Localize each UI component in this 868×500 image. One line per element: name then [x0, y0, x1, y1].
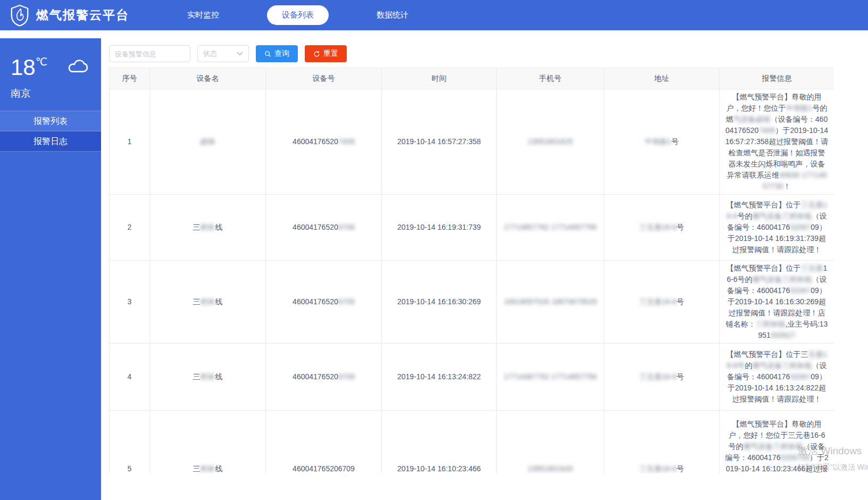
- col-header-index: 序号: [110, 68, 150, 89]
- col-header-time: 时间: [382, 68, 497, 89]
- cell-text: 三: [193, 297, 201, 306]
- table-cell: 【燃气预警平台】尊敬的用户，您好！您位于中华路1号的燃气设备卤味（设备编号：46…: [720, 89, 834, 195]
- table-cell: 【燃气预警平台】尊敬的用户，您好！您位于三元巷16-6号的燃气设备三村米线（设备…: [720, 411, 834, 474]
- redacted-text: 三元巷16-6: [639, 464, 677, 473]
- cell-text: 2: [128, 223, 132, 231]
- redacted-text: 6709: [338, 372, 355, 381]
- cell-text: 的: [745, 361, 753, 370]
- table-row: 1卤味4600417652074092019-10-14 16:57:27:35…: [110, 89, 834, 195]
- cell-text: 2019-10-14 16:10:23:466: [397, 464, 481, 473]
- redacted-text: 村米: [201, 223, 215, 231]
- col-header-alarm-info: 报警信息: [720, 68, 834, 89]
- cell-text: 号: [677, 372, 684, 381]
- table-row: 5三村米线4600417652067092019-10-14 16:10:23:…: [110, 411, 834, 474]
- shield-flame-icon: [10, 4, 30, 27]
- table-row: 3三村米线4600417652067092019-10-14 16:16:30:…: [110, 261, 834, 344]
- city-label: 南京: [11, 87, 90, 101]
- redacted-text: 6709: [338, 223, 355, 231]
- status-select[interactable]: 状态: [197, 45, 249, 62]
- table-cell: 三村米线: [150, 261, 266, 344]
- redacted-text: 村米: [201, 464, 215, 473]
- refresh-icon: [313, 51, 320, 57]
- cell-text: 【燃气预警平台】位于: [727, 264, 801, 272]
- cell-text: 线: [215, 297, 223, 306]
- table-row: 2三村米线4600417652067092019-10-14 16:19:31:…: [110, 195, 834, 261]
- redacted-text: 中华路1: [786, 104, 813, 112]
- table-cell: 460041765206709: [266, 195, 382, 261]
- sidebar-item-alarm-log[interactable]: 报警日志: [0, 131, 101, 152]
- table-cell: 13951801625: [497, 89, 604, 195]
- col-header-address: 地址: [604, 68, 720, 89]
- redacted-text: 三元巷16-6: [639, 297, 677, 306]
- cell-text: 【燃气预警平台】位于: [727, 201, 801, 209]
- col-header-phone: 手机号: [497, 68, 604, 89]
- table-cell: 460041765206709: [266, 261, 382, 344]
- table-header-row: 序号 设备名 设备号 时间 手机号 地址 报警信息: [110, 68, 834, 89]
- col-header-device-no: 设备号: [266, 68, 382, 89]
- redacted-text: 7409: [338, 137, 355, 146]
- redacted-text: 三元巷16-6: [639, 372, 677, 381]
- redacted-text: 52067: [790, 286, 811, 295]
- table-cell: 2019-10-14 16:10:23:466: [382, 411, 497, 474]
- cell-text: 2019-10-14 16:57:27:358: [397, 137, 481, 146]
- table-cell: 三村米线: [150, 344, 266, 411]
- table-cell: 460041765207409: [266, 89, 382, 195]
- status-select-placeholder: 状态: [203, 49, 217, 59]
- toolbar: 状态 查询 重置: [101, 30, 868, 62]
- redacted-text: 中华路1: [645, 137, 671, 146]
- redacted-text: 13951801625: [528, 137, 573, 146]
- cell-text: 46004176520: [293, 372, 338, 381]
- query-button[interactable]: 查询: [256, 45, 298, 62]
- cell-text: 1: [128, 137, 132, 146]
- cell-text: 2019-10-14 16:19:31:739: [397, 223, 481, 231]
- table-cell: 【燃气预警平台】位于三元巷16-6号的燃气设备三村米线（设备编号：4600417…: [720, 195, 834, 261]
- alarm-table-body: 1卤味4600417652074092019-10-14 16:57:27:35…: [110, 89, 834, 474]
- table-cell: 三元巷16-6号: [604, 411, 720, 474]
- table-cell: 2019-10-14 16:13:24:822: [382, 344, 497, 411]
- sidebar-item-alarm-list[interactable]: 报警列表: [0, 111, 101, 131]
- redacted-text: 燃气设备三村米线: [744, 442, 803, 451]
- redacted-text: 17714387752 17714957756: [504, 372, 597, 381]
- redacted-text: 气设备卤味: [733, 115, 771, 123]
- cell-text: 3: [128, 297, 132, 306]
- search-icon: [264, 51, 271, 57]
- cell-text: 2019-10-14 16:13:24:822: [397, 372, 481, 381]
- search-input[interactable]: [109, 45, 190, 62]
- redacted-text: 000627: [771, 331, 796, 339]
- sidebar-menu: 报警列表 报警日志: [0, 111, 101, 152]
- cell-text: 46004176520: [293, 223, 338, 231]
- table-cell: 2019-10-14 16:16:30:269: [382, 261, 497, 344]
- cell-text: 线: [215, 223, 223, 231]
- nav-data-statistics[interactable]: 数据统计: [365, 5, 420, 25]
- table-cell: 【燃气预警平台】位于三元巷16-6号的燃气设备三村米线（设备编号：4600417…: [720, 261, 834, 344]
- table-cell: 5: [110, 411, 150, 474]
- table-cell: 17714857762 17714957756: [497, 195, 604, 261]
- weather-widget: 18℃ 南京: [0, 38, 101, 111]
- table-cell: 460041765206709: [266, 344, 382, 411]
- alarm-table: 序号 设备名 设备号 时间 手机号 地址 报警信息 1卤味46004176520…: [109, 68, 834, 473]
- main-content: 状态 查询 重置: [101, 30, 868, 500]
- cell-text: 三: [193, 464, 201, 473]
- cell-text: 5: [128, 464, 132, 473]
- cell-text: 号: [677, 297, 684, 306]
- table-cell: 三元巷16-6号: [604, 261, 720, 344]
- redacted-text: 13951801620: [528, 464, 573, 473]
- redacted-text: 卤味: [201, 137, 215, 146]
- cell-text: 号: [677, 223, 684, 231]
- redacted-text: 三元巷16-6: [639, 223, 677, 231]
- cell-text: 460041765206709: [293, 464, 355, 473]
- table-row: 4三村米线4600417652067092019-10-14 16:13:24:…: [110, 344, 834, 411]
- nav-device-list[interactable]: 设备列表: [267, 5, 329, 25]
- cloud-icon: [66, 57, 90, 74]
- cell-text: 三: [193, 372, 201, 381]
- redacted-text: 52067: [790, 372, 811, 381]
- reset-button[interactable]: 重置: [305, 45, 347, 62]
- table-cell: 460041765206709: [266, 411, 382, 474]
- redacted-text: 村米: [201, 297, 215, 306]
- nav-realtime-monitor[interactable]: 实时监控: [176, 5, 231, 25]
- cell-text: 2019-10-14 16:16:30:269: [397, 297, 481, 306]
- table-cell: 2019-10-14 16:19:31:739: [382, 195, 497, 261]
- main-nav: 实时监控 设备列表 数据统计: [176, 5, 420, 25]
- temperature-unit: ℃: [36, 56, 47, 68]
- cell-text: 号的: [738, 212, 753, 220]
